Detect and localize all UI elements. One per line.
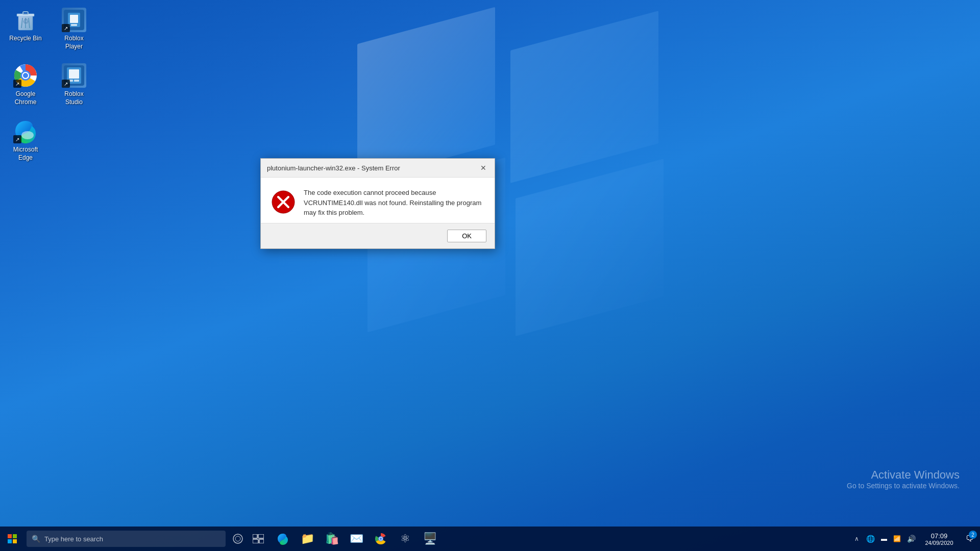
desktop-icon-row-2: Microsoft Edge: [5, 116, 94, 164]
clock-area[interactable]: 07:09 24/09/2020: [919, 532, 960, 546]
dialog-titlebar: plutonium-launcher-win32.exe - System Er…: [261, 159, 495, 178]
svg-rect-10: [71, 24, 77, 26]
svg-point-31: [235, 536, 240, 541]
search-placeholder-text: Type here to search: [44, 535, 103, 543]
roblox-player-icon: [62, 8, 86, 32]
svg-rect-35: [259, 539, 264, 543]
shortcut-arrow-edge-icon: [13, 135, 21, 143]
taskbar-app-settings-atom[interactable]: ⚛: [393, 527, 418, 551]
svg-rect-26: [8, 534, 12, 538]
system-tray: ∧ 🌐 ▬ 📶 🔊 07:09 24/09/2020 🗨 2: [850, 527, 980, 551]
taskbar-search-bar[interactable]: 🔍 Type here to search: [27, 531, 226, 547]
start-button[interactable]: [0, 527, 24, 551]
search-icon: 🔍: [32, 535, 40, 543]
desktop-icon-recycle-bin[interactable]: ♻ Recycle Bin: [5, 5, 46, 53]
svg-rect-33: [258, 534, 264, 538]
taskbar-app-store[interactable]: 🛍️: [320, 527, 344, 551]
svg-rect-32: [253, 534, 257, 538]
notification-button[interactable]: 🗨 2: [960, 527, 980, 551]
activate-windows-subtitle: Go to Settings to activate Windows.: [847, 482, 960, 490]
google-chrome-label: Google Chrome: [8, 90, 43, 106]
cortana-button[interactable]: [228, 529, 248, 549]
dialog-title: plutonium-launcher-win32.exe - System Er…: [267, 164, 400, 172]
shortcut-arrow-roblox-studio-icon: [62, 80, 70, 88]
battery-icon[interactable]: ▬: [880, 534, 888, 543]
desktop-icons: ♻ Recycle Bin: [5, 5, 94, 165]
svg-text:♻: ♻: [22, 17, 29, 26]
wifi-icon[interactable]: 📶: [892, 534, 902, 543]
taskbar-app-file-explorer[interactable]: 📁: [295, 527, 320, 551]
show-hidden-icons-button[interactable]: ∧: [850, 535, 863, 542]
activate-windows-title: Activate Windows: [847, 468, 960, 482]
recycle-bin-icon: ♻: [13, 8, 38, 32]
taskbar-pinned-apps: 📁 🛍️ ✉️: [271, 527, 442, 551]
roblox-studio-icon: [62, 63, 86, 88]
svg-rect-20: [74, 80, 79, 82]
svg-point-21: [21, 131, 34, 139]
svg-rect-34: [253, 539, 258, 543]
desktop-icon-microsoft-edge[interactable]: Microsoft Edge: [5, 116, 46, 164]
microsoft-edge-label: Microsoft Edge: [8, 146, 43, 162]
taskbar-app-media[interactable]: 🖥️: [418, 527, 442, 551]
desktop-icon-row-1: Google Chrome Roblox Stud: [5, 61, 94, 109]
svg-rect-29: [13, 539, 17, 543]
volume-icon[interactable]: 🔊: [906, 534, 917, 544]
taskbar: 🔍 Type here to search: [0, 527, 980, 551]
taskbar-app-edge[interactable]: [271, 527, 295, 551]
desktop-icon-roblox-studio[interactable]: Roblox Studio: [54, 61, 94, 109]
dialog-message-text: The code execution cannot proceed becaus…: [304, 188, 484, 218]
dialog-ok-button[interactable]: OK: [447, 230, 486, 242]
dialog-close-button[interactable]: ✕: [478, 163, 488, 173]
desktop-icon-roblox-player[interactable]: Roblox Player: [54, 5, 94, 53]
svg-point-38: [380, 538, 382, 540]
desktop: ♻ Recycle Bin: [0, 0, 980, 551]
roblox-player-label: Roblox Player: [56, 35, 92, 51]
desktop-icon-row-0: ♻ Recycle Bin: [5, 5, 94, 53]
system-icons: 🌐 ▬ 📶 🔊: [863, 534, 919, 544]
task-view-button[interactable]: [248, 529, 268, 549]
recycle-bin-label: Recycle Bin: [9, 35, 41, 43]
desktop-icon-google-chrome[interactable]: Google Chrome: [5, 61, 46, 109]
dialog-footer: OK: [261, 223, 495, 248]
svg-point-30: [233, 534, 242, 543]
microsoft-edge-icon: [13, 119, 38, 143]
taskbar-app-mail[interactable]: ✉️: [344, 527, 369, 551]
svg-rect-9: [70, 15, 78, 23]
activate-windows-watermark: Activate Windows Go to Settings to activ…: [847, 468, 960, 490]
dialog-body: The code execution cannot proceed becaus…: [261, 178, 495, 223]
error-icon: [271, 190, 296, 214]
shortcut-arrow-icon: [62, 24, 70, 32]
svg-rect-5: [23, 12, 28, 14]
svg-rect-28: [8, 539, 12, 543]
roblox-studio-label: Roblox Studio: [56, 90, 92, 106]
taskbar-app-chrome[interactable]: [369, 527, 393, 551]
system-error-dialog[interactable]: plutonium-launcher-win32.exe - System Er…: [260, 158, 495, 249]
notification-badge: 2: [969, 531, 977, 539]
svg-rect-18: [69, 69, 79, 79]
clock-time: 07:09: [931, 532, 948, 540]
shortcut-arrow-chrome-icon: [13, 80, 21, 88]
svg-rect-27: [13, 534, 17, 538]
svg-point-15: [23, 73, 28, 78]
network-icon[interactable]: 🌐: [865, 534, 876, 544]
clock-date: 24/09/2020: [925, 540, 953, 546]
google-chrome-icon: [13, 63, 38, 88]
